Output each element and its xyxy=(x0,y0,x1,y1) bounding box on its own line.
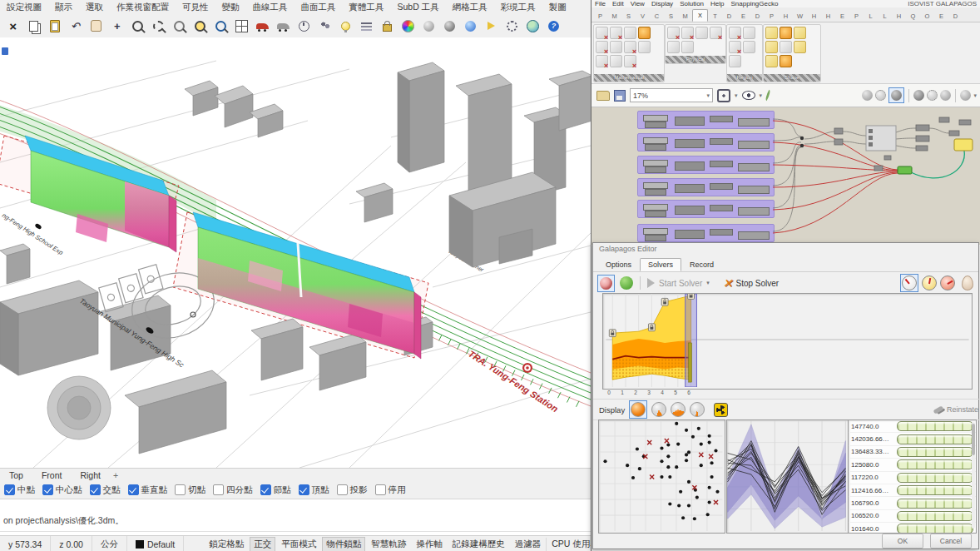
status-units[interactable]: 公分 xyxy=(92,536,127,551)
reinstate-button[interactable]: Reinstate xyxy=(933,405,978,414)
help-icon[interactable]: ? xyxy=(544,17,563,36)
solution-list[interactable]: 147740.0 142036.66… 136483.33… xyxy=(848,419,977,534)
gh-tab[interactable]: H xyxy=(821,11,835,22)
rhino-menu-item[interactable]: 製圖 xyxy=(542,2,573,13)
gh-tab[interactable]: M xyxy=(607,11,621,22)
viewport-menu-icon[interactable] xyxy=(2,47,8,55)
intersect-icon[interactable] xyxy=(610,55,622,67)
intersect-icon[interactable] xyxy=(638,41,651,53)
status-toggle[interactable]: 鎖定格點 xyxy=(205,537,248,551)
panel-caption[interactable]: Region xyxy=(727,74,762,82)
status-toggle[interactable]: 過濾器 xyxy=(511,537,546,551)
gh-tab[interactable]: V xyxy=(636,11,650,22)
rhino-menu-item[interactable]: 網格工具 xyxy=(446,2,494,13)
intersect-icon[interactable] xyxy=(624,55,636,67)
zoom-level-select[interactable]: 17%▾ xyxy=(630,88,713,102)
intersect-icon[interactable] xyxy=(780,27,792,39)
galapagos-tab[interactable]: Solvers xyxy=(640,258,681,271)
galapagos-tab[interactable]: Options xyxy=(597,258,640,271)
intersect-icon[interactable] xyxy=(638,27,651,39)
rhino-menu-item[interactable]: 作業視窗配置 xyxy=(110,2,176,13)
status-toggle[interactable]: 物件鎖點 xyxy=(322,537,365,551)
osnap-toggle[interactable]: 中心點 xyxy=(42,484,82,496)
intersect-icon[interactable] xyxy=(780,41,792,53)
gh-tab[interactable]: H xyxy=(779,11,793,22)
slider-group[interactable] xyxy=(637,200,775,218)
viewport-tab[interactable]: Front xyxy=(32,470,72,480)
gh-tab[interactable]: P xyxy=(765,11,779,22)
start-solver-button[interactable]: Start Solver ▾ xyxy=(647,278,710,288)
gh-menu-item[interactable]: Edit xyxy=(612,0,624,7)
osnap-checkbox[interactable] xyxy=(375,484,386,495)
status-toggle[interactable]: 記錄建構歷史 xyxy=(448,537,509,551)
zoom-selected-icon[interactable] xyxy=(170,17,189,36)
display-mode-icon[interactable] xyxy=(940,90,951,101)
gh-tab[interactable]: X xyxy=(692,9,708,22)
rhino-viewport[interactable]: Taoyuan Gener xyxy=(0,37,591,468)
intersect-icon[interactable] xyxy=(610,41,622,53)
intersect-icon[interactable] xyxy=(794,27,806,39)
rhino-menu-item[interactable]: 設定視圖 xyxy=(0,2,48,13)
ok-button[interactable]: OK xyxy=(882,534,923,549)
zoom-window-icon[interactable] xyxy=(149,17,168,36)
osnap-toggle[interactable]: 中點 xyxy=(4,484,35,496)
status-toggle[interactable]: 智慧軌跡 xyxy=(367,537,410,551)
color-wheel-icon[interactable] xyxy=(398,17,418,36)
osnap-checkbox[interactable] xyxy=(260,484,271,495)
rhino-menu-item[interactable]: 變動 xyxy=(215,2,246,13)
slider-group[interactable] xyxy=(637,111,775,129)
solution-row[interactable]: 125080.0 xyxy=(849,459,976,471)
zoom-target-icon[interactable] xyxy=(211,17,230,36)
gauge-slow-icon[interactable] xyxy=(940,276,955,290)
intersect-icon[interactable] xyxy=(729,27,741,39)
gh-tab[interactable]: O xyxy=(920,11,934,22)
gh-tab[interactable]: P xyxy=(593,11,607,22)
rhino-menu-item[interactable]: 實體工具 xyxy=(343,2,391,13)
status-toggle[interactable]: 平面模式 xyxy=(277,537,320,551)
slider-group[interactable] xyxy=(637,133,775,151)
rhino-menu-item[interactable]: SubD 工具 xyxy=(391,2,446,13)
rhino-menu-item[interactable]: 顯示 xyxy=(48,2,79,13)
gh-tab[interactable]: D xyxy=(722,11,736,22)
gh-menu-item[interactable]: Solution xyxy=(680,0,704,7)
gh-menu-item[interactable]: View xyxy=(631,0,645,7)
fitness-graph[interactable] xyxy=(602,293,973,390)
display-extra-icon[interactable] xyxy=(960,90,971,101)
slider-group[interactable] xyxy=(637,156,775,174)
viewport-tab[interactable]: Top xyxy=(0,470,32,480)
paste-icon[interactable] xyxy=(45,17,64,36)
gh-menu-item[interactable]: Display xyxy=(651,0,673,7)
named-views-icon[interactable] xyxy=(315,17,334,36)
panel-caption[interactable]: Mathematical xyxy=(594,74,664,82)
osnap-checkbox[interactable] xyxy=(90,484,101,495)
viewport-tab[interactable]: Right xyxy=(71,470,110,480)
add-viewport-tab[interactable]: + xyxy=(110,470,121,480)
rhino-menu-item[interactable]: 曲面工具 xyxy=(294,2,343,13)
intersect-icon[interactable] xyxy=(681,27,694,39)
gh-tab[interactable]: E xyxy=(934,11,948,22)
gh-tab[interactable]: W xyxy=(793,11,807,22)
intersect-icon[interactable] xyxy=(681,41,694,53)
intersect-icon[interactable] xyxy=(624,41,636,53)
gh-tab[interactable]: E xyxy=(835,11,849,22)
gh-tab[interactable]: E xyxy=(736,11,750,22)
earth-icon[interactable] xyxy=(523,17,542,36)
osnap-checkbox[interactable] xyxy=(42,484,53,495)
osnap-toggle[interactable]: 頂點 xyxy=(299,484,329,496)
status-toggle[interactable]: 正交 xyxy=(250,537,275,551)
solution-row[interactable]: 106520.0 xyxy=(849,510,976,523)
intersect-icon[interactable] xyxy=(765,27,778,39)
flag-icon[interactable] xyxy=(482,17,501,36)
car-gray-icon[interactable] xyxy=(274,17,293,36)
osnap-toggle[interactable]: 四分點 xyxy=(213,484,253,496)
undo-icon[interactable]: ↶ xyxy=(66,17,85,36)
intersect-icon[interactable] xyxy=(610,27,622,39)
solution-row[interactable]: 106790.0 xyxy=(849,497,976,509)
zoom-defined-icon[interactable] xyxy=(717,89,730,102)
gh-tab[interactable]: Q xyxy=(906,11,920,22)
intersect-icon[interactable] xyxy=(596,55,608,67)
annealing-solver-icon[interactable] xyxy=(620,276,633,290)
display-orb-3[interactable] xyxy=(671,402,686,417)
display-mode-icon[interactable] xyxy=(927,90,938,101)
preview-off-icon[interactable] xyxy=(862,90,873,101)
